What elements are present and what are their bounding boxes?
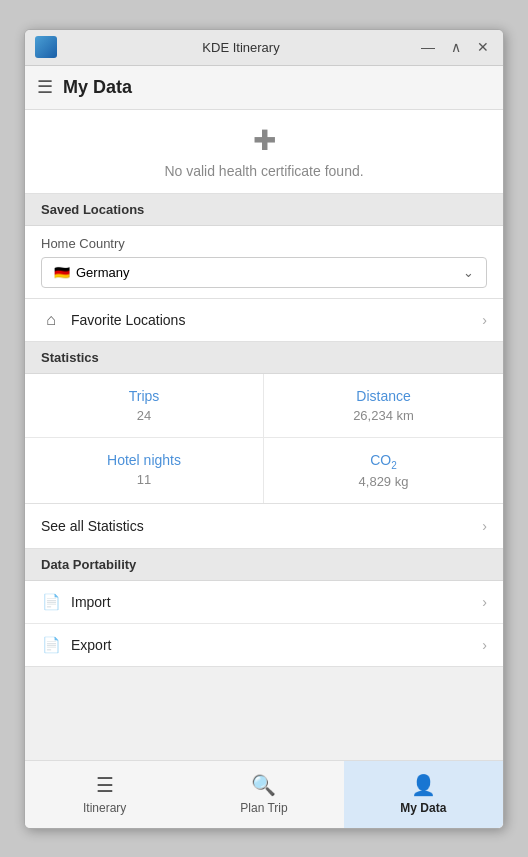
trips-value: 24 — [41, 408, 247, 423]
page-title: My Data — [63, 77, 132, 98]
health-cert-section: ✚ No valid health certificate found. — [25, 110, 503, 194]
favorite-locations-label: Favorite Locations — [71, 312, 482, 328]
export-icon: 📄 — [41, 636, 61, 654]
co2-label: CO2 — [280, 452, 487, 471]
export-row[interactable]: 📄 Export › — [25, 624, 503, 666]
maximize-button[interactable]: ∧ — [447, 37, 465, 57]
chevron-right-icon: › — [482, 518, 487, 534]
data-portability-header: Data Portability — [25, 549, 503, 581]
home-country-section: Home Country 🇩🇪 Germany ⌄ — [25, 226, 503, 299]
distance-value: 26,234 km — [280, 408, 487, 423]
minimize-button[interactable]: — — [417, 37, 439, 57]
hamburger-icon[interactable]: ☰ — [37, 76, 53, 98]
favorite-locations-section: ⌂ Favorite Locations › — [25, 299, 503, 342]
country-value: Germany — [76, 265, 463, 280]
statistics-grid: Trips 24 Distance 26,234 km Hotel nights… — [25, 374, 503, 505]
trips-label: Trips — [41, 388, 247, 404]
chevron-right-icon: › — [482, 312, 487, 328]
nav-my-data[interactable]: 👤 My Data — [344, 761, 503, 828]
hotel-nights-label: Hotel nights — [41, 452, 247, 468]
titlebar-title: KDE Itinerary — [65, 40, 417, 55]
co2-stat: CO2 4,829 kg — [264, 438, 503, 504]
itinerary-icon: ☰ — [96, 773, 114, 797]
app-window: KDE Itinerary — ∧ ✕ ☰ My Data ✚ No valid… — [24, 29, 504, 829]
export-label: Export — [71, 637, 482, 653]
statistics-header: Statistics — [25, 342, 503, 374]
itinerary-nav-label: Itinerary — [83, 801, 126, 815]
titlebar: KDE Itinerary — ∧ ✕ — [25, 30, 503, 66]
import-export-section: 📄 Import › 📄 Export › — [25, 581, 503, 667]
nav-plan-trip[interactable]: 🔍 Plan Trip — [184, 761, 343, 828]
plan-trip-nav-label: Plan Trip — [240, 801, 287, 815]
import-row[interactable]: 📄 Import › — [25, 581, 503, 624]
co2-value: 4,829 kg — [280, 474, 487, 489]
hotel-nights-value: 11 — [41, 472, 247, 487]
home-icon: ⌂ — [41, 311, 61, 329]
plan-trip-icon: 🔍 — [251, 773, 276, 797]
see-all-label: See all Statistics — [41, 518, 482, 534]
saved-locations-header: Saved Locations — [25, 194, 503, 226]
health-cert-text: No valid health certificate found. — [164, 163, 363, 179]
chevron-right-icon: › — [482, 594, 487, 610]
trips-stat: Trips 24 — [25, 374, 264, 438]
bottom-navigation: ☰ Itinerary 🔍 Plan Trip 👤 My Data — [25, 760, 503, 828]
headerbar: ☰ My Data — [25, 66, 503, 110]
close-button[interactable]: ✕ — [473, 37, 493, 57]
distance-label: Distance — [280, 388, 487, 404]
nav-itinerary[interactable]: ☰ Itinerary — [25, 761, 184, 828]
chevron-down-icon: ⌄ — [463, 265, 474, 280]
health-cert-icon: ✚ — [253, 124, 276, 157]
import-label: Import — [71, 594, 482, 610]
chevron-right-icon: › — [482, 637, 487, 653]
country-label: Home Country — [41, 236, 487, 251]
see-all-statistics-row[interactable]: See all Statistics › — [25, 504, 503, 549]
country-dropdown[interactable]: 🇩🇪 Germany ⌄ — [41, 257, 487, 288]
favorite-locations-row[interactable]: ⌂ Favorite Locations › — [25, 299, 503, 341]
country-selector: Home Country 🇩🇪 Germany ⌄ — [25, 226, 503, 298]
import-icon: 📄 — [41, 593, 61, 611]
titlebar-controls: — ∧ ✕ — [417, 37, 493, 57]
my-data-icon: 👤 — [411, 773, 436, 797]
distance-stat: Distance 26,234 km — [264, 374, 503, 438]
my-data-nav-label: My Data — [400, 801, 446, 815]
country-flag-icon: 🇩🇪 — [54, 265, 70, 280]
main-content: ✚ No valid health certificate found. Sav… — [25, 110, 503, 760]
hotel-nights-stat: Hotel nights 11 — [25, 438, 264, 504]
app-icon — [35, 36, 57, 58]
